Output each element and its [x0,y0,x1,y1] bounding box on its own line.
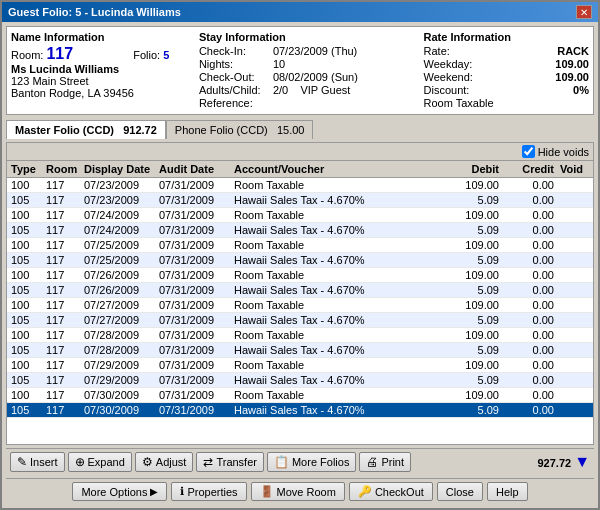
more-options-arrow-icon: ▶ [150,486,158,497]
cell-credit: 0.00 [499,389,554,401]
cell-void [554,269,589,281]
total-amount: 927.72 [538,455,572,470]
tab-phone-folio[interactable]: Phone Folio (CCD) 15.00 [166,120,314,139]
cell-display-date: 07/30/2009 [84,404,159,416]
cell-void [554,209,589,221]
properties-label: Properties [187,486,237,498]
hide-voids-label[interactable]: Hide voids [522,145,589,158]
cell-void [554,359,589,371]
cell-account: Room Taxable [234,269,434,281]
move-room-label: Move Room [277,486,336,498]
cell-debit: 109.00 [434,239,499,251]
reference-label: Reference: [199,97,269,109]
taxable-row: Room Taxable [424,97,589,109]
table-row[interactable]: 105 117 07/29/2009 07/31/2009 Hawaii Sal… [7,373,593,388]
folio-label: Folio: [133,49,160,61]
cell-account: Hawaii Sales Tax - 4.670% [234,224,434,236]
more-folios-button[interactable]: 📋 More Folios [267,452,356,472]
checkout-label: CheckOut [375,486,424,498]
header-audit-date: Audit Date [159,163,234,175]
table-row[interactable]: 105 117 07/27/2009 07/31/2009 Hawaii Sal… [7,313,593,328]
cell-display-date: 07/23/2009 [84,179,159,191]
table-row[interactable]: 105 117 07/23/2009 07/31/2009 Hawaii Sal… [7,193,593,208]
properties-button[interactable]: ℹ Properties [171,482,246,501]
cell-type: 105 [11,194,46,206]
cell-audit-date: 07/31/2009 [159,224,234,236]
table-row[interactable]: 100 117 07/25/2009 07/31/2009 Room Taxab… [7,238,593,253]
cell-room: 117 [46,239,84,251]
cell-display-date: 07/26/2009 [84,269,159,281]
transfer-button[interactable]: ⇄ Transfer [196,452,264,472]
cell-credit: 0.00 [499,344,554,356]
checkout-value: 08/02/2009 (Sun) [273,71,358,83]
table-row[interactable]: 100 117 07/28/2009 07/31/2009 Room Taxab… [7,328,593,343]
master-folio-label: Master Folio (CCD) [15,124,114,136]
table-row[interactable]: 100 117 07/29/2009 07/31/2009 Room Taxab… [7,358,593,373]
room-label: Room: 117 [11,45,73,63]
header-credit: Credit [499,163,554,175]
weekend-label: Weekend: [424,71,473,83]
cell-account: Hawaii Sales Tax - 4.670% [234,314,434,326]
table-row[interactable]: 100 117 07/30/2009 07/31/2009 Room Taxab… [7,388,593,403]
move-room-button[interactable]: 🚪 Move Room [251,482,345,501]
help-button[interactable]: Help [487,482,528,501]
cell-type: 105 [11,404,46,416]
table-row[interactable]: 105 117 07/30/2009 07/31/2009 Hawaii Sal… [7,403,593,418]
checkout-button[interactable]: 🔑 CheckOut [349,482,433,501]
cell-debit: 5.09 [434,344,499,356]
phone-folio-label: Phone Folio (CCD) [175,124,268,136]
hide-voids-checkbox[interactable] [522,145,535,158]
cell-void [554,374,589,386]
cell-display-date: 07/24/2009 [84,209,159,221]
cell-display-date: 07/26/2009 [84,284,159,296]
cell-account: Hawaii Sales Tax - 4.670% [234,254,434,266]
table-row[interactable]: 105 117 07/28/2009 07/31/2009 Hawaii Sal… [7,343,593,358]
room-label-text: Room: [11,49,43,61]
table-row[interactable]: 100 117 07/27/2009 07/31/2009 Room Taxab… [7,298,593,313]
cell-account: Room Taxable [234,359,434,371]
scroll-down-arrow[interactable]: ▼ [574,453,590,471]
weekday-label: Weekday: [424,58,473,70]
title-bar: Guest Folio: 5 - Lucinda Williams ✕ [2,2,598,22]
expand-icon: ⊕ [75,455,85,469]
insert-button[interactable]: ✎ Insert [10,452,65,472]
adults-label: Adults/Child: [199,84,269,96]
table-row[interactable]: 100 117 07/26/2009 07/31/2009 Room Taxab… [7,268,593,283]
cell-void [554,224,589,236]
cell-type: 105 [11,254,46,266]
cell-display-date: 07/25/2009 [84,254,159,266]
print-label: Print [381,456,404,468]
table-row[interactable]: 105 117 07/24/2009 07/31/2009 Hawaii Sal… [7,223,593,238]
cell-type: 105 [11,284,46,296]
table-toolbar: Hide voids [7,143,593,161]
close-button[interactable]: Close [437,482,483,501]
cell-debit: 5.09 [434,374,499,386]
table-row[interactable]: 105 117 07/26/2009 07/31/2009 Hawaii Sal… [7,283,593,298]
cell-type: 105 [11,374,46,386]
print-button[interactable]: 🖨 Print [359,452,411,472]
tab-master-folio[interactable]: Master Folio (CCD) 912.72 [6,120,166,139]
cell-room: 117 [46,254,84,266]
table-row[interactable]: 100 117 07/24/2009 07/31/2009 Room Taxab… [7,208,593,223]
help-label: Help [496,486,519,498]
expand-button[interactable]: ⊕ Expand [68,452,132,472]
adjust-button[interactable]: ⚙ Adjust [135,452,194,472]
cell-debit: 109.00 [434,389,499,401]
print-icon: 🖨 [366,455,378,469]
properties-icon: ℹ [180,485,184,498]
action-toolbar: ✎ Insert ⊕ Expand ⚙ Adjust ⇄ Transfer 📋 … [6,448,594,475]
cell-audit-date: 07/31/2009 [159,359,234,371]
header-display-date: Display Date [84,163,159,175]
table-row[interactable]: 100 117 07/23/2009 07/31/2009 Room Taxab… [7,178,593,193]
cell-display-date: 07/27/2009 [84,314,159,326]
cell-account: Hawaii Sales Tax - 4.670% [234,194,434,206]
cell-account: Room Taxable [234,329,434,341]
name-info-section: Name Information Room: 117 Folio: 5 Ms L… [11,31,195,110]
more-options-button[interactable]: More Options ▶ [72,482,167,501]
hide-voids-text: Hide voids [538,146,589,158]
footer-bar: More Options ▶ ℹ Properties 🚪 Move Room … [6,478,594,504]
cell-audit-date: 07/31/2009 [159,179,234,191]
table-row[interactable]: 105 117 07/25/2009 07/31/2009 Hawaii Sal… [7,253,593,268]
close-window-button[interactable]: ✕ [576,5,592,19]
checkout-row: Check-Out: 08/02/2009 (Sun) [199,71,420,83]
